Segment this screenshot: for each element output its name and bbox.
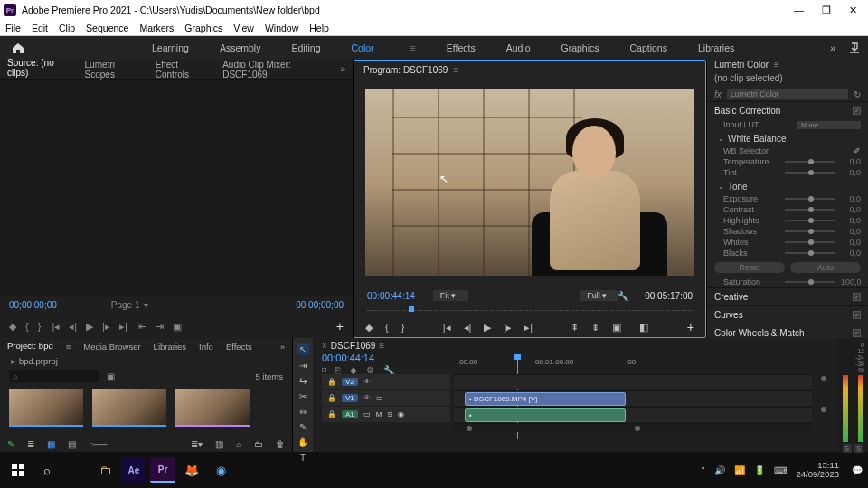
menu-file[interactable]: File	[5, 23, 21, 33]
mute-button[interactable]: M	[376, 410, 382, 418]
tint-value[interactable]: 0,0	[841, 168, 861, 177]
close-button[interactable]: ✕	[849, 5, 857, 16]
whites-slider[interactable]	[785, 241, 835, 243]
taskbar-app-browser[interactable]: ◉	[208, 457, 233, 483]
curves-toggle[interactable]: ✓	[853, 311, 861, 319]
meter-solo-left[interactable]: S	[843, 444, 852, 453]
input-lut-dropdown[interactable]: None	[797, 121, 861, 129]
creative-toggle[interactable]: ✓	[853, 293, 861, 301]
program-monitor[interactable]: ↖	[365, 89, 694, 276]
maximize-button[interactable]: ❐	[822, 5, 831, 16]
new-bin-from-search-icon[interactable]: ▣	[107, 371, 115, 381]
prog-play-icon[interactable]: ▶	[484, 322, 491, 333]
section-creative[interactable]: Creative	[714, 292, 748, 302]
track-v1-toggle[interactable]: V1	[342, 394, 358, 402]
prog-export-frame-icon[interactable]: ▣	[612, 322, 621, 333]
workspace-audio[interactable]: Audio	[506, 42, 531, 53]
list-view-icon[interactable]: ≣	[27, 439, 34, 449]
pen-tool-icon[interactable]: ✎	[299, 422, 307, 432]
delete-icon[interactable]: 🗑	[276, 439, 285, 449]
menu-markers[interactable]: Markers	[139, 23, 174, 33]
type-tool-icon[interactable]: T	[300, 453, 306, 463]
workspace-learning[interactable]: Learning	[152, 42, 189, 53]
source-tabs-overflow-icon[interactable]: »	[340, 64, 345, 74]
lock-icon[interactable]: 🔒	[327, 394, 336, 402]
clip-thumbnail[interactable]	[9, 389, 83, 427]
shadows-value[interactable]: 0,0	[841, 227, 861, 236]
prog-mark-out-icon[interactable]: }	[401, 322, 405, 333]
sequence-name[interactable]: DSCF1069	[331, 341, 375, 351]
taskbar-app-explorer[interactable]: 🗀	[92, 457, 118, 483]
section-curves[interactable]: Curves	[714, 310, 743, 320]
go-to-in-icon[interactable]: |◂	[52, 321, 60, 333]
source-page-indicator[interactable]: Page 1	[111, 300, 140, 310]
workspace-color-menu-icon[interactable]: ≡	[410, 42, 416, 53]
play-icon[interactable]: ▶	[86, 321, 93, 333]
scroll-handle[interactable]	[821, 376, 826, 381]
program-scrub-bar[interactable]	[367, 306, 693, 317]
export-frame-icon[interactable]: ▣	[173, 321, 182, 333]
hand-tool-icon[interactable]: ✋	[297, 437, 308, 447]
source-out-timecode[interactable]: 00;00;00;00	[296, 300, 344, 310]
home-icon[interactable]	[11, 42, 25, 54]
contrast-slider[interactable]	[785, 209, 835, 211]
taskbar-app-chrome[interactable]	[237, 457, 262, 483]
meter-solo-right[interactable]: S	[854, 444, 863, 453]
prog-extract-icon[interactable]: ⇟	[591, 322, 599, 333]
contrast-value[interactable]: 0,0	[841, 205, 861, 214]
menu-view[interactable]: View	[233, 23, 254, 33]
tray-volume-icon[interactable]: 🔊	[714, 465, 725, 475]
track-select-tool-icon[interactable]: ⇥	[299, 361, 307, 371]
project-search-input[interactable]: ⌕	[9, 370, 99, 382]
notifications-icon[interactable]: 💬	[852, 465, 863, 475]
clip-thumbnail[interactable]	[92, 389, 166, 427]
whites-value[interactable]: 0,0	[841, 238, 861, 247]
new-item-icon[interactable]: ✎	[7, 439, 14, 449]
tray-overflow-icon[interactable]: ˄	[701, 465, 705, 475]
tab-libraries[interactable]: Libraries	[154, 342, 186, 352]
menu-window[interactable]: Window	[265, 23, 298, 33]
workspace-effects[interactable]: Effects	[447, 42, 476, 53]
timeline-panel-menu-icon[interactable]: ≡	[379, 341, 384, 351]
workspace-editing[interactable]: Editing	[291, 42, 320, 53]
timeline-clip-audio[interactable]: ▪	[465, 408, 626, 422]
lock-icon[interactable]: 🔒	[327, 378, 336, 386]
taskbar-search-icon[interactable]: ⌕	[34, 457, 60, 483]
eye-icon[interactable]: 👁	[363, 394, 371, 402]
track-lane-a1[interactable]: ▪	[454, 407, 812, 422]
highlights-slider[interactable]	[785, 220, 835, 221]
taskbar-app-obs[interactable]	[266, 457, 291, 483]
basic-correction-toggle[interactable]: ✓	[853, 107, 861, 115]
program-panel-menu-icon[interactable]: ≡	[453, 65, 458, 75]
zoom-fit-dropdown[interactable]: Fit ▾	[433, 290, 469, 301]
menu-edit[interactable]: Edit	[32, 23, 48, 33]
sort-icon[interactable]: ≣▾	[191, 439, 203, 449]
tab-effect-controls[interactable]: Effect Controls	[156, 60, 208, 80]
colorwheels-toggle[interactable]: ✓	[853, 329, 861, 337]
project-tab-menu-icon[interactable]: ≡	[66, 342, 71, 352]
freeform-view-icon[interactable]: ▤	[68, 439, 76, 449]
section-basic-correction[interactable]: Basic Correction	[714, 106, 780, 116]
project-bin[interactable]	[0, 384, 292, 436]
prog-go-to-in-icon[interactable]: |◂	[443, 322, 451, 333]
source-monitor[interactable]	[0, 80, 353, 295]
sequence-thumbnail[interactable]	[175, 389, 250, 427]
timeline-ruler[interactable]: :00:00 00:01:00:00 :00	[454, 358, 810, 371]
menu-help[interactable]: Help	[309, 23, 329, 33]
quality-dropdown[interactable]: Full ▾	[580, 290, 618, 301]
blacks-value[interactable]: 0,0	[841, 249, 861, 258]
tab-project[interactable]: Project: bpd	[7, 341, 53, 352]
taskbar-app-opera[interactable]	[63, 457, 89, 483]
source-in-timecode[interactable]: 00;00;00;00	[9, 300, 57, 310]
find-icon[interactable]: ⌕	[236, 439, 241, 449]
minimize-button[interactable]: ―	[794, 5, 804, 16]
highlights-value[interactable]: 0,0	[841, 216, 861, 225]
workspace-color[interactable]: Color	[352, 42, 374, 53]
workspace-graphics[interactable]: Graphics	[561, 42, 599, 53]
reset-button[interactable]: Reset	[714, 262, 785, 273]
timeline-clip-video[interactable]: ▪ DSCF1069.MP4 [V]	[465, 392, 626, 406]
solo-button[interactable]: S	[387, 410, 392, 418]
page-dropdown-icon[interactable]: ▾	[144, 300, 148, 310]
blacks-slider[interactable]	[785, 252, 835, 254]
taskbar-app-aftereffects[interactable]: Ae	[121, 457, 146, 483]
